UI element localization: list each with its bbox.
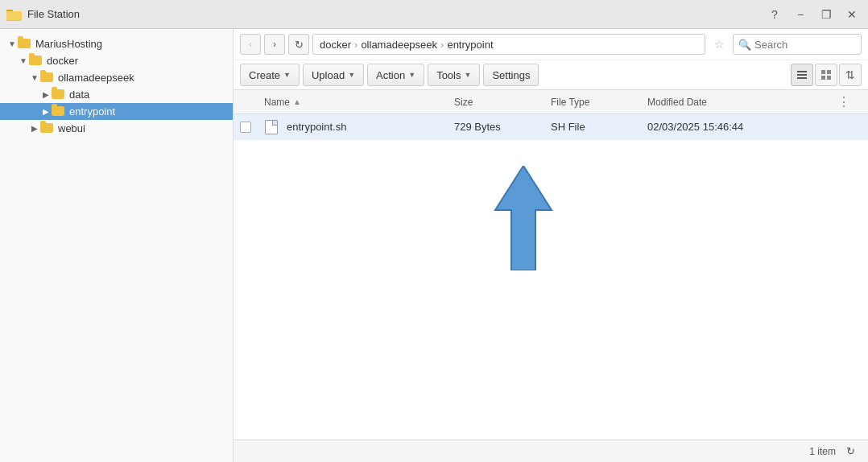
status-refresh-button[interactable]: ↻ [842, 443, 858, 460]
sort-button[interactable]: ⇅ [839, 64, 862, 86]
file-name-cell: entrypoint.sh [264, 120, 454, 134]
sidebar-item-mariushosting[interactable]: ▼ MariusHosting [0, 35, 233, 52]
create-label: Create [249, 69, 280, 81]
status-item-count: 1 item [809, 446, 836, 457]
annotation-arrow-container [491, 166, 556, 273]
refresh-button[interactable]: ↻ [288, 34, 309, 55]
path-sep-2: › [440, 39, 444, 51]
svg-rect-9 [827, 76, 831, 80]
sort-arrow-icon: ▲ [293, 97, 301, 106]
sidebar-label-ollamadeepseek: ollamadeepseek [58, 72, 134, 84]
svg-rect-4 [797, 74, 807, 76]
grid-view-button[interactable] [815, 64, 837, 86]
svg-rect-3 [797, 71, 807, 72]
up-arrow-annotation [491, 166, 556, 270]
file-type-icon [264, 120, 279, 134]
sidebar-item-ollamadeepseek[interactable]: ▼ ollamadeepseek [0, 69, 233, 86]
sidebar-item-entrypoint[interactable]: ▶ entrypoint [0, 103, 233, 120]
svg-rect-5 [797, 77, 807, 79]
status-bar: 1 item ↻ [234, 439, 868, 462]
action-button[interactable]: Action ▼ [367, 64, 424, 86]
sidebar: ▼ MariusHosting ▼ docker ▼ ollamadeepsee… [0, 29, 234, 462]
folder-icon-webui [40, 123, 55, 134]
title-bar: File Station ? − ❐ ✕ [0, 0, 868, 29]
file-list-container[interactable]: Name ▲ Size File Type Modified Date ⋮ [234, 90, 868, 439]
name-column-label: Name [264, 97, 290, 108]
search-icon: 🔍 [738, 39, 751, 51]
restore-button[interactable]: ❐ [816, 5, 836, 24]
file-checkbox[interactable] [240, 122, 251, 133]
table-row[interactable]: entrypoint.sh 729 Bytes SH File 02/03/20… [234, 114, 868, 140]
tree-toggle-entrypoint: ▶ [40, 106, 52, 118]
tools-caret: ▼ [465, 71, 472, 79]
tree-toggle-data: ▶ [40, 89, 52, 101]
date-column-label: Modified Date [647, 97, 707, 108]
settings-label: Settings [492, 69, 530, 81]
col-date-header[interactable]: Modified Date [647, 96, 837, 108]
search-input[interactable] [754, 39, 856, 51]
toolbar: ‹ › ↻ docker › ollamadeepseek › entrypoi… [234, 29, 868, 90]
sidebar-item-data[interactable]: ▶ data [0, 86, 233, 103]
sidebar-label-entrypoint: entrypoint [69, 105, 115, 118]
tree-toggle-mariushosting: ▼ [6, 39, 18, 50]
action-caret: ▼ [408, 71, 415, 79]
svg-rect-2 [6, 11, 22, 20]
create-button[interactable]: Create ▼ [240, 64, 300, 86]
file-size-cell: 729 Bytes [454, 121, 551, 133]
action-label: Action [376, 69, 405, 81]
tree-toggle-ollamadeepseek: ▼ [29, 72, 40, 84]
folder-icon-ollamadeepseek [40, 72, 55, 84]
path-sep-1: › [354, 39, 358, 51]
column-options-icon[interactable]: ⋮ [837, 95, 850, 109]
path-part-entrypoint: entrypoint [447, 39, 493, 51]
address-path: docker › ollamadeepseek › entrypoint [312, 34, 705, 55]
file-checkbox-cell [240, 122, 264, 133]
close-button[interactable]: ✕ [842, 5, 862, 24]
folder-icon-docker [29, 56, 43, 67]
svg-marker-10 [495, 166, 552, 270]
bookmark-button[interactable]: ☆ [709, 34, 730, 55]
help-button[interactable]: ? [765, 5, 784, 24]
forward-button[interactable]: › [264, 34, 285, 55]
file-name: entrypoint.sh [287, 121, 346, 133]
folder-icon-mariushosting [18, 39, 32, 50]
sidebar-item-webui[interactable]: ▶ webui [0, 120, 233, 137]
svg-rect-6 [821, 70, 825, 74]
upload-button[interactable]: Upload ▼ [303, 64, 364, 86]
app-icon [6, 8, 23, 21]
search-box[interactable]: 🔍 [733, 34, 862, 55]
back-button[interactable]: ‹ [240, 34, 261, 55]
upload-label: Upload [312, 69, 345, 81]
size-column-label: Size [454, 97, 473, 108]
col-size-header[interactable]: Size [454, 96, 551, 108]
address-bar: ‹ › ↻ docker › ollamadeepseek › entrypoi… [234, 29, 868, 60]
create-caret: ▼ [283, 71, 291, 79]
sh-file-icon [265, 120, 278, 134]
settings-button[interactable]: Settings [483, 64, 539, 86]
file-type-cell: SH File [551, 121, 647, 133]
type-column-label: File Type [551, 97, 589, 108]
sidebar-label-mariushosting: MariusHosting [35, 38, 102, 50]
minimize-button[interactable]: − [791, 5, 810, 24]
action-toolbar: Create ▼ Upload ▼ Action ▼ Tools ▼ Setti… [234, 60, 868, 89]
sidebar-label-docker: docker [47, 55, 78, 67]
path-part-ollama: ollamadeepseek [361, 39, 437, 51]
view-controls: ⇅ [791, 64, 862, 86]
content-area: ‹ › ↻ docker › ollamadeepseek › entrypoi… [234, 29, 868, 462]
col-actions-header: ⋮ [837, 94, 862, 109]
tree-toggle-docker: ▼ [18, 56, 29, 67]
svg-rect-7 [827, 70, 831, 74]
file-date-cell: 02/03/2025 15:46:44 [647, 121, 837, 133]
upload-caret: ▼ [348, 71, 355, 79]
folder-icon-data [52, 89, 66, 101]
svg-rect-8 [821, 76, 825, 80]
folder-icon-entrypoint [52, 106, 66, 118]
tools-label: Tools [436, 69, 461, 81]
sidebar-item-docker[interactable]: ▼ docker [0, 52, 233, 69]
sidebar-label-data: data [69, 89, 89, 101]
col-name-header[interactable]: Name ▲ [264, 97, 454, 108]
tools-button[interactable]: Tools ▼ [428, 64, 480, 86]
col-type-header[interactable]: File Type [551, 96, 647, 108]
sidebar-label-webui: webui [58, 122, 85, 134]
list-view-button[interactable] [791, 64, 813, 86]
